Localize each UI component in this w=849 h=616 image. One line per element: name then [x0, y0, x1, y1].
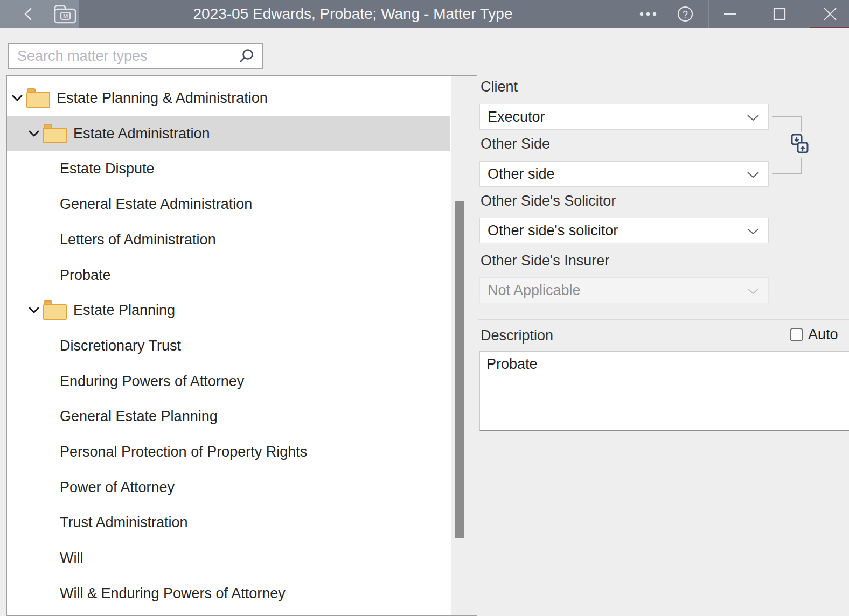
tree-item-label: Estate Planning & Administration — [57, 90, 268, 107]
tree-item-label: Enduring Powers of Attorney — [60, 373, 244, 390]
matter-type-tree: Estate Planning & AdministrationEstate A… — [7, 76, 450, 615]
swap-connector-bottom — [772, 173, 802, 174]
tree-item-label: General Estate Planning — [60, 408, 218, 425]
auto-checkbox-label: Auto — [808, 326, 838, 343]
tree-scrollbar-track[interactable] — [451, 76, 477, 615]
other-side-dropdown[interactable]: Other side — [479, 161, 769, 187]
tree-item-label: Will & Enduring Powers of Attorney — [60, 585, 286, 602]
search-icon[interactable] — [239, 48, 255, 64]
other-side-insurer-value: Not Applicable — [488, 282, 581, 299]
matter-type-window: M 2023-05 Edwards, Probate; Wang - Matte… — [0, 0, 849, 616]
titlebar-divider — [708, 0, 709, 28]
other-side-label: Other Side — [481, 136, 550, 152]
tree-item-label: Will — [60, 550, 83, 566]
minimize-icon — [723, 7, 737, 21]
close-icon — [823, 6, 838, 22]
tree-item-estate-planning[interactable]: Estate Planning — [7, 292, 450, 328]
window-title: 2023-05 Edwards, Probate; Wang - Matter … — [79, 0, 627, 28]
tree-item-estate-planning-administration[interactable]: Estate Planning & Administration — [7, 80, 450, 116]
tree-item-label: Estate Dispute — [60, 160, 155, 177]
tree-item-label: Letters of Administration — [60, 232, 216, 248]
minimize-button[interactable] — [712, 0, 748, 28]
tree-item-label: Power of Attorney — [60, 479, 175, 496]
tree-item-label: Estate Administration — [73, 125, 210, 142]
folder-icon — [26, 88, 50, 108]
tree-item-power-of-attorney[interactable]: Power of Attorney — [7, 470, 450, 505]
tree-item-estate-dispute[interactable]: Estate Dispute — [7, 151, 450, 186]
client-label: Client — [481, 79, 518, 95]
chevron-down-icon — [747, 114, 760, 121]
tree-item-probate[interactable]: Probate — [7, 257, 450, 293]
swap-connector — [801, 158, 802, 174]
chevron-down-icon[interactable] — [11, 94, 23, 102]
other-side-solicitor-label: Other Side's Solicitor — [481, 193, 616, 209]
tree-item-will-enduring-powers-of-attorney[interactable]: Will & Enduring Powers of Attorney — [7, 576, 450, 611]
other-side-value: Other side — [488, 166, 555, 183]
chevron-down-icon[interactable] — [28, 306, 40, 314]
tree-item-general-estate-planning[interactable]: General Estate Planning — [7, 398, 450, 434]
titlebar-left-segment: M — [0, 0, 79, 28]
titlebar: M 2023-05 Edwards, Probate; Wang - Matte… — [0, 0, 849, 28]
tree-item-label: Estate Planning — [73, 302, 175, 319]
help-icon: ? — [677, 5, 694, 23]
description-section-divider — [478, 319, 849, 320]
titlebar-red-underline — [810, 27, 849, 28]
swap-connector — [801, 116, 802, 132]
tree-item-trust-administration[interactable]: Trust Administration — [7, 505, 450, 540]
other-side-insurer-dropdown: Not Applicable — [479, 277, 769, 303]
swap-client-other-side-icon[interactable] — [791, 134, 809, 154]
chevron-down-icon — [747, 288, 760, 295]
other-side-insurer-label: Other Side's Insurer — [481, 253, 609, 269]
chevron-down-icon — [747, 228, 760, 235]
tree-item-letters-of-administration[interactable]: Letters of Administration — [7, 222, 450, 257]
description-value: Probate — [486, 356, 538, 372]
tree-item-estate-administration[interactable]: Estate Administration — [7, 116, 450, 151]
description-label: Description — [481, 327, 553, 344]
client-dropdown[interactable]: Executor — [479, 104, 769, 130]
more-options-button[interactable] — [632, 0, 664, 28]
search-input[interactable] — [16, 47, 239, 65]
tree-item-label: Discretionary Trust — [60, 338, 181, 354]
folder-icon — [43, 300, 67, 320]
tree-scrollbar-thumb[interactable] — [455, 201, 464, 538]
tree-item-label: Personal Protection of Property Rights — [60, 444, 307, 460]
svg-text:M: M — [63, 13, 68, 19]
description-textarea[interactable]: Probate — [479, 351, 849, 431]
help-button[interactable]: ? — [669, 0, 701, 28]
tree-item-general-estate-administration[interactable]: General Estate Administration — [7, 186, 450, 222]
folder-m-icon: M — [53, 4, 78, 24]
tree-item-label: General Estate Administration — [60, 196, 252, 213]
maximize-icon — [773, 7, 787, 21]
close-button[interactable] — [811, 0, 849, 28]
search-box[interactable] — [8, 43, 263, 69]
other-side-solicitor-value: Other side's solicitor — [488, 222, 618, 239]
chevron-down-icon[interactable] — [28, 129, 40, 138]
folder-icon — [43, 124, 67, 143]
tree-item-discretionary-trust[interactable]: Discretionary Trust — [7, 328, 450, 363]
back-chevron-icon[interactable] — [23, 7, 33, 21]
ellipsis-icon — [639, 11, 657, 17]
svg-text:?: ? — [683, 9, 688, 20]
maximize-button[interactable] — [762, 0, 797, 28]
tree-item-will[interactable]: Will — [7, 540, 450, 576]
tree-item-personal-protection-of-property-rights[interactable]: Personal Protection of Property Rights — [7, 434, 450, 470]
other-side-solicitor-dropdown[interactable]: Other side's solicitor — [479, 218, 769, 243]
matter-type-tree-panel: Estate Planning & AdministrationEstate A… — [6, 75, 477, 616]
tree-item-label: Probate — [60, 267, 111, 284]
tree-item-enduring-powers-of-attorney[interactable]: Enduring Powers of Attorney — [7, 363, 450, 399]
swap-connector-top — [772, 116, 802, 117]
auto-checkbox[interactable] — [790, 328, 803, 341]
client-value: Executor — [488, 109, 545, 125]
tree-item-label: Trust Administration — [60, 514, 188, 531]
chevron-down-icon — [747, 171, 760, 178]
